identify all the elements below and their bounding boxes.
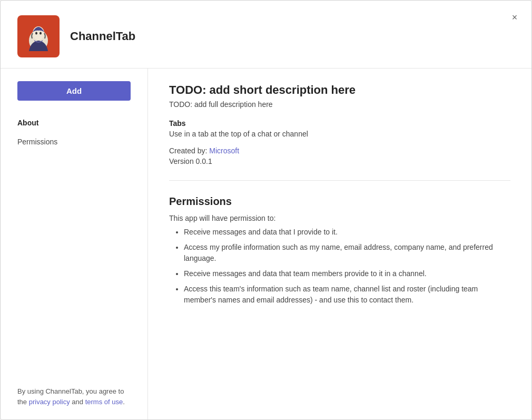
app-icon bbox=[17, 15, 60, 57]
app-title: ChannelTab bbox=[70, 30, 135, 43]
created-by-link[interactable]: Microsoft bbox=[209, 146, 239, 155]
permission-item-3: Receive messages and data that team memb… bbox=[184, 268, 510, 279]
footer-text-middle: and bbox=[70, 398, 85, 406]
add-button[interactable]: Add bbox=[17, 81, 131, 101]
dialog-header: ChannelTab bbox=[1, 1, 531, 69]
sidebar-item-permissions[interactable]: Permissions bbox=[17, 132, 131, 151]
main-content: TODO: add short description here TODO: a… bbox=[148, 69, 531, 419]
footer-text-after: . bbox=[123, 398, 125, 406]
sidebar-footer: By using ChannelTab, you agree to the pr… bbox=[17, 386, 131, 407]
svg-point-2 bbox=[35, 32, 37, 35]
permissions-intro: This app will have permission to: bbox=[169, 214, 510, 222]
close-button[interactable]: × bbox=[506, 9, 523, 26]
permissions-section-title: Permissions bbox=[169, 196, 510, 208]
app-dialog: × ChannelTab bbox=[0, 0, 532, 420]
section-divider bbox=[169, 180, 510, 181]
dialog-body: Add About Permissions By using ChannelTa… bbox=[1, 69, 531, 419]
permission-item-4: Access this team's information such as t… bbox=[184, 284, 510, 306]
permissions-list: Receive messages and data that I provide… bbox=[169, 227, 510, 306]
svg-point-3 bbox=[40, 32, 42, 35]
sidebar: Add About Permissions By using ChannelTa… bbox=[1, 69, 148, 419]
created-by-line: Created by: Microsoft bbox=[169, 146, 510, 155]
permission-item-2: Access my profile information such as my… bbox=[184, 242, 510, 264]
footer-terms-link[interactable]: terms of use bbox=[85, 398, 123, 406]
sidebar-item-about[interactable]: About bbox=[17, 113, 131, 132]
version-line: Version 0.0.1 bbox=[169, 157, 510, 165]
permission-item-1: Receive messages and data that I provide… bbox=[184, 227, 510, 238]
footer-privacy-link[interactable]: privacy policy bbox=[29, 398, 70, 406]
full-description: TODO: add full description here bbox=[169, 100, 510, 109]
app-icon-svg bbox=[23, 21, 54, 52]
short-description: TODO: add short description here bbox=[169, 83, 510, 97]
tabs-feature-desc: Use in a tab at the top of a chat or cha… bbox=[169, 130, 510, 138]
tabs-feature-title: Tabs bbox=[169, 119, 510, 128]
created-by-label: Created by: bbox=[169, 146, 209, 155]
